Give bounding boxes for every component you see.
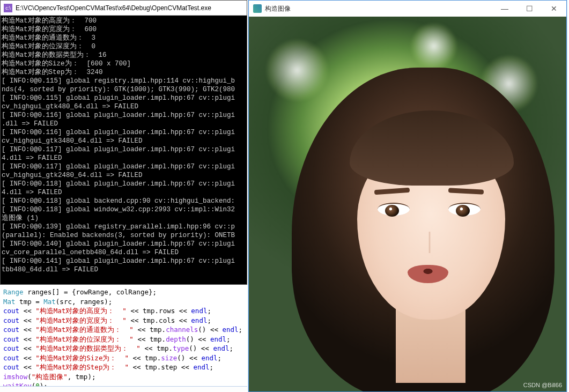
code-token: << tmp. (129, 354, 161, 362)
console-titlebar[interactable]: c:\ E:\VC\OpencvTest\OpenCVMatTest\x64\D… (1, 1, 247, 16)
code-token: << (19, 326, 35, 334)
nose-shape (424, 232, 435, 253)
image-window-title: 构造图像 (265, 4, 291, 13)
console-output[interactable]: 构造Mat对象的高度为： 700 构造Mat对象的宽度为： 600 构造Mat对… (1, 16, 247, 284)
portrait-figure (308, 51, 566, 391)
code-token: "构造图像" (32, 373, 68, 381)
code-token: , tmp); (68, 373, 96, 381)
code-token: endl (191, 316, 207, 324)
code-token: cout (3, 307, 19, 315)
code-token: waitKey (3, 382, 32, 386)
code-token: "构造Mat对象的位深度为： " (35, 335, 134, 343)
code-token: Mat (43, 298, 56, 306)
code-editor[interactable]: Range ranges[] = {rowRange, colRange}; M… (0, 285, 247, 386)
eye-left (378, 203, 410, 216)
code-token: << tmp.rows << (127, 307, 191, 315)
code-token: () << (177, 354, 201, 362)
code-token: () << (186, 335, 210, 343)
code-token: << (19, 354, 35, 362)
code-token: << tmp. (134, 335, 166, 343)
code-token: size (161, 354, 177, 362)
code-token: "构造Mat对象的高度为： " (35, 307, 127, 315)
code-token: << (19, 307, 35, 315)
code-token: << tmp. (141, 344, 173, 352)
code-token: cout (3, 316, 19, 324)
code-token: ; (239, 326, 243, 334)
code-token: "构造Mat对象的宽度为： " (35, 316, 127, 324)
code-token: ; (226, 335, 231, 343)
console-window: c:\ E:\VC\OpencvTest\OpenCVMatTest\x64\D… (0, 0, 247, 285)
code-token: ; (230, 344, 234, 352)
code-token: endl (191, 307, 207, 315)
code-token: "构造Mat对象的通道数为： " (35, 326, 134, 334)
opencv-app-icon (253, 4, 262, 13)
code-token: () << (198, 326, 222, 334)
code-token: cout (3, 354, 19, 362)
code-token: << (19, 344, 35, 352)
code-token: ; (210, 363, 214, 371)
code-token: ; (207, 316, 211, 324)
code-token: ); (40, 382, 48, 386)
code-token: 0 (35, 382, 40, 386)
code-token: cout (3, 326, 19, 334)
console-app-icon: c:\ (4, 4, 12, 12)
code-token: cout (3, 344, 19, 352)
code-token: endl (202, 354, 218, 362)
code-token: (src, ranges); (56, 298, 112, 306)
code-token: imshow (3, 373, 27, 381)
code-token: << tmp. (134, 326, 166, 334)
code-token: endl (223, 326, 239, 334)
code-token: << tmp.cols << (127, 316, 191, 324)
code-token: "构造Mat对象的Step为： " (35, 363, 129, 371)
code-token: depth (166, 335, 186, 343)
code-token: endl (210, 335, 226, 343)
code-token: << (19, 335, 35, 343)
watermark-text: CSDN @Bill66 (523, 382, 562, 388)
minimize-button[interactable]: — (492, 1, 517, 17)
code-token: << (19, 316, 35, 324)
code-token: << tmp.step << (129, 363, 193, 371)
eye-right (448, 203, 481, 216)
maximize-button[interactable]: ☐ (517, 1, 542, 17)
code-token: ; (207, 307, 211, 315)
code-token: channels (166, 326, 198, 334)
image-canvas: CSDN @Bill66 (249, 17, 566, 391)
code-token: Mat (3, 298, 16, 306)
code-token: "构造Mat对象的数据类型为： " (35, 344, 141, 352)
editor-footer (0, 386, 247, 392)
image-titlebar[interactable]: 构造图像 — ☐ ✕ (249, 1, 566, 17)
code-token: cout (3, 363, 19, 371)
image-window: 构造图像 — ☐ ✕ CSDN @Bill66 (248, 0, 567, 392)
code-token: type (173, 344, 189, 352)
code-token: () << (189, 344, 213, 352)
code-token: "构造Mat对象的Size为： " (35, 354, 129, 362)
console-title: E:\VC\OpencvTest\OpenCVMatTest\x64\Debug… (16, 4, 211, 12)
code-token: ( (27, 373, 32, 381)
code-token: cout (3, 335, 19, 343)
code-token: << (19, 363, 35, 371)
code-token: ; (218, 354, 222, 362)
close-button[interactable]: ✕ (542, 1, 566, 17)
code-token: ranges[] = {rowRange, colRange}; (24, 288, 157, 296)
code-token: Range (3, 288, 24, 296)
code-token: tmp = (16, 298, 44, 306)
code-token: endl (193, 363, 209, 371)
code-token: endl (213, 344, 229, 352)
